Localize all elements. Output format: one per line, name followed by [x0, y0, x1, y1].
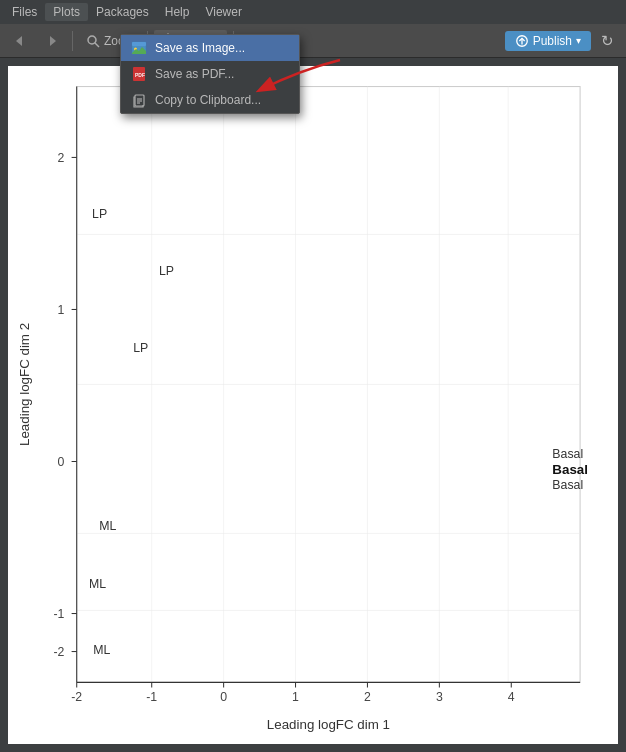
plot-area: -2 -1 0 1 2 3 4 0 1 2 -1 -2 Leading logF…: [8, 66, 618, 744]
svg-text:3: 3: [436, 690, 443, 704]
svg-text:Leading logFC dim 1: Leading logFC dim 1: [267, 717, 390, 732]
menu-plots[interactable]: Plots: [45, 3, 88, 21]
svg-text:Leading logFC dim 2: Leading logFC dim 2: [17, 323, 32, 446]
publish-dropdown-arrow: ▾: [576, 35, 581, 46]
svg-text:ML: ML: [89, 577, 106, 591]
forward-icon: [44, 33, 60, 49]
svg-line-3: [95, 43, 99, 47]
refresh-button[interactable]: ↻: [595, 29, 620, 53]
menu-files[interactable]: Files: [4, 3, 45, 21]
clipboard-icon: [131, 92, 147, 108]
svg-text:-2: -2: [71, 690, 82, 704]
copy-clipboard-label: Copy to Clipboard...: [155, 93, 261, 107]
image-icon: [131, 40, 147, 56]
copy-clipboard-item[interactable]: Copy to Clipboard...: [121, 87, 299, 113]
plot-svg: -2 -1 0 1 2 3 4 0 1 2 -1 -2 Leading logF…: [8, 66, 618, 744]
svg-text:0: 0: [58, 455, 65, 469]
separator-1: [72, 31, 73, 51]
menubar: Files Plots Packages Help Viewer: [0, 0, 626, 24]
back-icon: [12, 33, 28, 49]
svg-text:-2: -2: [53, 645, 64, 659]
svg-point-2: [88, 36, 96, 44]
svg-text:Basal: Basal: [552, 462, 588, 477]
svg-text:LP: LP: [92, 207, 107, 221]
svg-text:0: 0: [220, 690, 227, 704]
svg-text:2: 2: [58, 151, 65, 165]
svg-marker-1: [50, 36, 56, 46]
toolbar-right: Publish ▾ ↻: [505, 29, 620, 53]
svg-text:-1: -1: [53, 607, 64, 621]
save-pdf-item[interactable]: PDF Save as PDF...: [121, 61, 299, 87]
save-image-item[interactable]: Save as Image...: [121, 35, 299, 61]
toolbar: Zoom Export ▾ Publish: [0, 24, 626, 58]
back-button[interactable]: [6, 30, 34, 52]
menu-help[interactable]: Help: [157, 3, 198, 21]
pdf-icon: PDF: [131, 66, 147, 82]
svg-text:1: 1: [292, 690, 299, 704]
refresh-icon: ↻: [601, 32, 614, 49]
svg-text:ML: ML: [99, 519, 116, 533]
svg-text:LP: LP: [133, 341, 148, 355]
svg-text:4: 4: [508, 690, 515, 704]
svg-text:-1: -1: [146, 690, 157, 704]
save-image-label: Save as Image...: [155, 41, 245, 55]
publish-icon: [515, 34, 529, 48]
publish-button[interactable]: Publish ▾: [505, 31, 591, 51]
svg-text:Basal: Basal: [552, 447, 583, 461]
save-pdf-label: Save as PDF...: [155, 67, 234, 81]
svg-text:2: 2: [364, 690, 371, 704]
svg-rect-11: [132, 42, 146, 46]
svg-text:1: 1: [58, 303, 65, 317]
menu-viewer[interactable]: Viewer: [197, 3, 249, 21]
svg-text:ML: ML: [93, 643, 110, 657]
forward-button[interactable]: [38, 30, 66, 52]
svg-text:LP: LP: [159, 264, 174, 278]
svg-text:Basal: Basal: [552, 478, 583, 492]
export-dropdown: Save as Image... PDF Save as PDF... Copy…: [120, 34, 300, 114]
svg-text:PDF: PDF: [135, 72, 145, 78]
menu-packages[interactable]: Packages: [88, 3, 157, 21]
publish-label: Publish: [533, 34, 572, 48]
svg-marker-0: [16, 36, 22, 46]
zoom-icon: [85, 33, 101, 49]
